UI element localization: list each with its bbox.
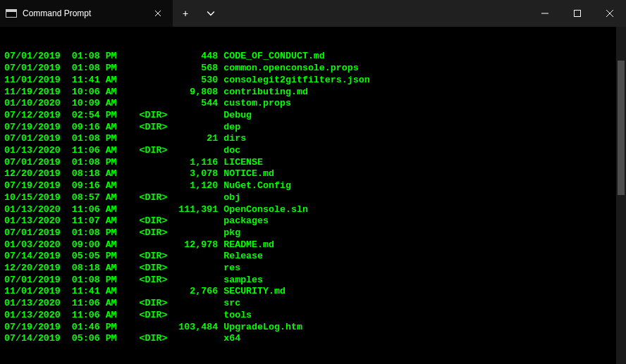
scrollbar[interactable]: [616, 27, 626, 364]
list-item: 11/19/2019 10:06 AM 9,808 contributing.m…: [4, 87, 622, 99]
tab-command-prompt[interactable]: Command Prompt: [0, 0, 173, 27]
list-item: 07/01/2019 01:08 PM 448 CODE_OF_CONDUCT.…: [4, 51, 622, 63]
tab-dropdown-button[interactable]: [198, 0, 223, 27]
terminal-output[interactable]: 07/01/2019 01:08 PM 448 CODE_OF_CONDUCT.…: [0, 27, 626, 364]
list-item: 07/12/2019 02:54 PM <DIR> Debug: [4, 110, 622, 122]
list-item: 07/14/2019 05:05 PM <DIR> Release: [4, 251, 622, 263]
list-item: 10/15/2019 08:57 AM <DIR> obj: [4, 192, 622, 204]
list-item: 07/01/2019 01:08 PM 1,116 LICENSE: [4, 157, 622, 169]
list-item: 12/20/2019 08:18 AM <DIR> res: [4, 263, 622, 275]
list-item: 01/13/2020 11:06 AM <DIR> tools: [4, 310, 622, 322]
cmd-icon: [6, 9, 17, 18]
new-tab-button[interactable]: +: [173, 0, 198, 27]
tab-title: Command Prompt: [23, 8, 145, 18]
list-item: 11/01/2019 11:41 AM 2,766 SECURITY.md: [4, 286, 622, 298]
list-item: 07/19/2019 09:16 AM <DIR> dep: [4, 122, 622, 134]
list-item: 07/01/2019 01:08 PM <DIR> pkg: [4, 227, 622, 239]
list-item: 11/01/2019 11:41 AM 530 consolegit2gitfi…: [4, 75, 622, 87]
list-item: 07/01/2019 01:08 PM 21 dirs: [4, 133, 622, 145]
terminal-window: Command Prompt +: [0, 0, 626, 364]
dir-listing: 07/01/2019 01:08 PM 448 CODE_OF_CONDUCT.…: [4, 51, 622, 345]
list-item: 01/10/2020 10:09 AM 544 custom.props: [4, 98, 622, 110]
minimize-button[interactable]: [529, 0, 561, 27]
list-item: 07/01/2019 01:08 PM <DIR> samples: [4, 275, 622, 287]
scrollbar-thumb[interactable]: [618, 61, 625, 196]
list-item: 07/14/2019 05:06 PM <DIR> x64: [4, 333, 622, 345]
close-tab-button[interactable]: [150, 6, 166, 21]
close-window-button[interactable]: [594, 0, 626, 27]
list-item: 01/13/2020 11:07 AM <DIR> packages: [4, 215, 622, 227]
list-item: 07/19/2019 01:46 PM 103,484 UpgradeLog.h…: [4, 322, 622, 334]
window-controls: [529, 0, 626, 27]
titlebar: Command Prompt +: [0, 0, 626, 27]
list-item: 07/01/2019 01:08 PM 568 common.openconso…: [4, 63, 622, 75]
list-item: 01/03/2020 09:00 AM 12,978 README.md: [4, 239, 622, 251]
list-item: 01/13/2020 11:06 AM <DIR> src: [4, 298, 622, 310]
list-item: 01/13/2020 11:06 AM <DIR> doc: [4, 145, 622, 157]
list-item: 07/19/2019 09:16 AM 1,120 NuGet.Config: [4, 180, 622, 192]
svg-rect-3: [575, 11, 581, 17]
tabbar: +: [173, 0, 626, 27]
list-item: 01/13/2020 11:06 AM 111,391 OpenConsole.…: [4, 204, 622, 216]
list-item: 12/20/2019 08:18 AM 3,078 NOTICE.md: [4, 168, 622, 180]
maximize-button[interactable]: [561, 0, 594, 27]
